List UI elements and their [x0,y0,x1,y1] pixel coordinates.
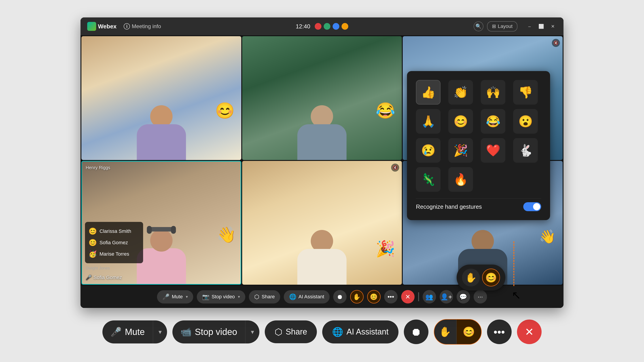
title-bar-center: 12:40 [296,23,348,30]
big-video-label: Stop video [195,327,237,337]
video-chevron: ▾ [238,294,240,299]
emoji-thumbs-up[interactable]: 👍 [416,80,440,105]
big-share-button[interactable]: ⬡ Share [265,321,317,343]
big-ai-label: AI Assistant [346,327,388,337]
emoji-thumbs-down[interactable]: 👎 [513,80,538,105]
emoji-bunny[interactable]: 🐇 [513,138,538,163]
small-hand-raise-btn[interactable]: ✋ [462,269,480,287]
mute-button[interactable]: 🎤 Mute ▾ [157,290,193,304]
record-button[interactable]: ⏺ [333,290,346,304]
meeting-info-button[interactable]: ℹ Meeting info [121,22,164,31]
share-icon: ⬡ [254,293,260,300]
participant-item-3: 🥳 Marise Torres [88,248,140,260]
end-call-button[interactable]: ✕ [401,290,414,304]
status-dot-green [324,23,330,30]
ai-label: AI Assistant [298,294,324,300]
small-emoji-btn[interactable]: 😊 [482,269,500,287]
connector-line [514,241,514,286]
title-bar: Webex ℹ Meeting info 12:40 🔍 ⊞ Layout [80,17,564,35]
big-record-button[interactable]: ⏺ [404,320,428,344]
search-button[interactable]: 🔍 [474,21,484,31]
webex-logo-icon [87,22,96,31]
participant-name-dw: Dwight Jones [86,266,110,271]
emoji-wow[interactable]: 😮 [513,109,538,134]
big-video-chevron[interactable]: ▾ [246,321,260,344]
emoji-clap[interactable]: 👏 [448,80,473,105]
participant-name-2: Sofia Gomez [100,240,128,246]
emoji-smile[interactable]: 😊 [448,109,473,134]
more-button-2[interactable]: ··· [474,290,487,304]
share-label: Share [262,294,275,300]
participants-overlay: 😊 Clarissa Smith 😊 Sofia Gomez 🥳 Marise … [85,222,143,263]
emoji-heart[interactable]: ❤️ [481,138,505,163]
big-share-label: Share [286,327,307,337]
close-button[interactable]: ✕ [549,22,557,30]
emoji-laugh[interactable]: 😂 [481,109,505,134]
mute-label: Mute [172,294,183,300]
time-display: 12:40 [296,23,310,30]
add-participant-button[interactable]: 👤+ [440,290,453,304]
participant-item-2: 😊 Sofia Gomez [88,237,140,248]
maximize-button[interactable]: ⬜ [537,22,545,30]
emoji-reaction-button[interactable]: 😊 [367,290,380,304]
participant-name-sofia: Sofia Gomez [94,275,122,281]
emoji-grid: 👍 👏 🙌 👎 🙏 😊 😂 😮 😢 🎉 ❤️ 🐇 🦎 🔥 [416,80,541,192]
big-mute-chevron[interactable]: ▾ [153,321,167,344]
video-tile-5[interactable]: 🔇 🎉 [242,161,402,285]
webex-logo: Webex [87,22,116,31]
layout-button[interactable]: ⊞ Layout [487,21,518,31]
mic-icon: 🎤 [162,293,170,300]
participant-item-1: 😊 Clarissa Smith [88,225,140,237]
hand-raise-button[interactable]: ✋ [350,290,364,304]
big-emoji-reaction-button[interactable]: 😊 [456,320,481,344]
big-camera-icon: 📹 [180,327,192,337]
separator [418,292,419,301]
title-bar-right: 🔍 ⊞ Layout – ⬜ ✕ [474,21,557,31]
small-emoji-popup: ✋ 😊 [456,265,505,291]
emoji-party[interactable]: 🎉 [448,138,473,163]
status-dots [315,23,348,30]
participant-name-overlay: Henry Riggs [86,165,110,170]
emoji-sad[interactable]: 😢 [416,138,440,163]
more-options-button[interactable]: ••• [384,290,398,304]
big-hand-emoji-combo: ✋ 😊 [434,319,482,345]
share-button[interactable]: ⬡ Share [249,290,280,304]
emoji-pray[interactable]: 🙏 [416,109,440,134]
big-share-icon: ⬡ [274,327,282,337]
ai-icon: 🌐 [289,293,296,300]
video-tile-2[interactable]: 😂 [242,36,402,160]
emoji-fire[interactable]: 🔥 [448,167,473,192]
participant-name-3: Marise Torres [100,251,129,257]
layout-icon: ⊞ [492,23,496,29]
muted-badge-3: 🔇 [552,39,560,47]
gesture-toggle-row: Recognize hand gestures [416,198,541,211]
emoji-raised-hands[interactable]: 🙌 [481,80,505,105]
ai-assistant-button[interactable]: 🌐 AI Assistant [284,290,330,304]
big-more-button[interactable]: ••• [487,320,512,344]
video-label-4: 🎤 Sofia Gomez [86,275,122,281]
info-icon: ℹ [124,23,130,29]
status-dot-red [315,23,322,30]
emoji-dinosaur[interactable]: 🦎 [416,167,440,192]
big-video-combo: 📹 Stop video ▾ [172,321,260,344]
participants-button[interactable]: 👥 [422,290,436,304]
gesture-toggle[interactable] [523,202,541,211]
meeting-info-label: Meeting info [132,23,161,29]
big-end-call-button[interactable]: ✕ [517,320,542,344]
status-dot-blue [333,23,340,30]
gesture-label: Recognize hand gestures [416,203,482,210]
toggle-knob [533,203,540,210]
big-ai-button[interactable]: 🌐 AI Assistant [322,321,398,344]
stop-video-button[interactable]: 📷 Stop video ▾ [197,290,245,304]
big-video-button[interactable]: 📹 Stop video [172,321,246,344]
big-hand-raise-button[interactable]: ✋ [434,320,456,344]
big-mute-label: Mute [125,327,145,337]
status-dot-yellow [342,23,348,30]
big-ai-icon: 🌐 [332,327,343,337]
minimize-button[interactable]: – [526,22,534,30]
video-tile-1[interactable]: 😊 [82,36,241,160]
webex-window: Webex ℹ Meeting info 12:40 🔍 ⊞ Layout [80,17,564,308]
chat-button[interactable]: 💬 [456,290,470,304]
big-mute-button[interactable]: 🎤 Mute [102,321,153,344]
big-mute-combo: 🎤 Mute ▾ [102,321,167,344]
